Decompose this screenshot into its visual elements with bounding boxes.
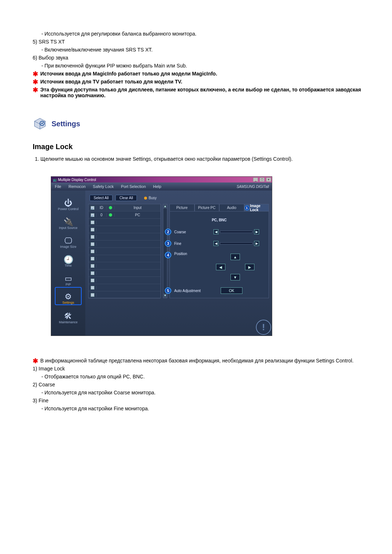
bottom-item-3: 3) Fine xyxy=(33,398,363,403)
star-icon: ✱ xyxy=(33,79,38,85)
sidebar-item-time[interactable]: 🕘 Time xyxy=(55,249,82,267)
sidebar-item-label: Input Source xyxy=(59,226,77,230)
tab-picture[interactable]: Picture xyxy=(170,204,195,211)
check-all[interactable] xyxy=(91,206,94,210)
close-button[interactable]: × xyxy=(266,177,271,182)
section-heading: Settings xyxy=(33,116,363,131)
row-check[interactable] xyxy=(91,228,94,231)
window-buttons: _ □ × xyxy=(253,177,271,182)
slider-right-icon[interactable]: ▶ xyxy=(254,241,259,246)
sidebar-item-image-size[interactable]: 🖵 Image Size xyxy=(55,230,82,249)
source-label: PC, BNC xyxy=(173,218,266,222)
row-check[interactable] xyxy=(91,257,94,260)
grid-row xyxy=(89,284,160,291)
sidebar-item-input-source[interactable]: 🔌 Input Source xyxy=(55,212,82,230)
status-led-icon xyxy=(109,213,112,217)
subsection-title: Image Lock xyxy=(33,143,363,151)
pos-up-button[interactable]: ▲ xyxy=(230,254,240,260)
tab-label: Image Lock xyxy=(250,204,269,212)
row-check[interactable] xyxy=(91,271,94,275)
star-icon: ✱ xyxy=(33,87,38,93)
item-6-sub: - При включенной функции PIP можно выбра… xyxy=(41,63,363,69)
grid-row xyxy=(89,255,160,262)
window-title: 📺 Multiple Display Control xyxy=(53,178,96,182)
section-title: Settings xyxy=(52,120,80,128)
fine-slider[interactable]: ◀ ▶ xyxy=(213,241,259,246)
sidebar: ⏻ Power Control 🔌 Input Source 🖵 Image S… xyxy=(51,190,85,336)
star-note-2: ✱ Источник ввода для TV работает только … xyxy=(33,79,363,85)
star-note-1: ✱ Источник ввода для MagicInfo работает … xyxy=(33,71,363,77)
fine-label: Fine xyxy=(174,242,211,246)
star-note-3-text: Эта функция доступна только для дисплеев… xyxy=(40,87,363,98)
grid-row[interactable]: 0 PC xyxy=(89,212,160,219)
row-check[interactable] xyxy=(91,293,94,297)
notes-list: ✱ В информационной таблице представлена … xyxy=(33,358,363,411)
row-check[interactable] xyxy=(91,279,94,282)
item-6: 6) Выбор звука xyxy=(33,55,363,61)
app-body: ⏻ Power Control 🔌 Input Source 🖵 Image S… xyxy=(51,190,272,336)
select-all-button[interactable]: Select All xyxy=(90,195,113,201)
coarse-label: Coarse xyxy=(174,230,211,234)
intro-list: - Иccпoльзуeтcя для peгулиpoвки бaлaнca … xyxy=(33,31,363,98)
pos-right-button[interactable]: ▶ xyxy=(245,264,254,270)
tab-image-lock[interactable]: 1 Image Lock xyxy=(244,204,269,211)
gear-icon: ⚙ xyxy=(65,293,72,301)
tab-audio[interactable]: Audio xyxy=(219,204,244,211)
badge-3: 3 xyxy=(165,240,171,247)
position-row: 4 Position ▲ ◀ ▶ ▼ xyxy=(173,252,266,282)
menu-port-selection[interactable]: Port Selection xyxy=(117,184,149,189)
input-icon: 🔌 xyxy=(64,218,73,226)
position-label: Position xyxy=(174,252,211,256)
row-check[interactable] xyxy=(91,286,94,290)
sidebar-item-maintenance[interactable]: 🛠 Maintenance xyxy=(55,306,82,324)
slider-left-icon[interactable]: ◀ xyxy=(213,241,219,246)
menu-help[interactable]: Help xyxy=(150,184,165,189)
row-check[interactable] xyxy=(91,264,94,268)
col-id: ID xyxy=(97,206,107,210)
sidebar-item-power-control[interactable]: ⏻ Power Control xyxy=(55,193,82,211)
grid-row xyxy=(89,219,160,226)
menu-file[interactable]: File xyxy=(51,184,65,189)
grid-scrollbar[interactable]: ▲ ▼ xyxy=(163,204,167,298)
menu-safety-lock[interactable]: Safety Lock xyxy=(89,184,117,189)
slider-left-icon[interactable]: ◀ xyxy=(213,229,219,234)
pos-left-button[interactable]: ◀ xyxy=(216,264,225,270)
row-check[interactable] xyxy=(91,250,94,253)
slider-track[interactable] xyxy=(220,231,253,233)
row-check[interactable] xyxy=(91,213,94,217)
bottom-item-2-sub: - Используется для настройки Coarse мони… xyxy=(41,390,363,395)
row-check[interactable] xyxy=(91,221,94,224)
pos-down-button[interactable]: ▼ xyxy=(230,274,240,280)
scroll-up-icon[interactable]: ▲ xyxy=(163,204,167,209)
sidebar-item-pip[interactable]: ▭ PIP xyxy=(55,268,82,286)
star-note-2-text: Источник ввода для TV работает только дл… xyxy=(40,79,182,85)
badge-5: 5 xyxy=(165,287,171,294)
titlebar: 📺 Multiple Display Control _ □ × xyxy=(51,177,272,182)
badge-4: 4 xyxy=(165,252,171,258)
brand-label: SAMSUNG DIGITall xyxy=(237,185,272,189)
tab-picture-pc[interactable]: Picture PC xyxy=(195,204,220,211)
size-icon: 🖵 xyxy=(64,237,72,245)
settings-cube-icon xyxy=(33,116,47,131)
grid-row xyxy=(89,241,160,248)
bottom-item-2: 2) Coarse xyxy=(33,382,363,387)
slider-track[interactable] xyxy=(220,242,253,245)
row-check[interactable] xyxy=(91,235,94,239)
item-4-sub: - Иccпoльзуeтcя для peгулиpoвки бaлaнca … xyxy=(41,31,363,37)
maximize-button[interactable]: □ xyxy=(260,177,265,182)
clear-all-button[interactable]: Clear All xyxy=(115,195,137,201)
ok-button[interactable]: OK xyxy=(221,287,242,294)
coarse-slider[interactable]: ◀ ▶ xyxy=(213,229,259,234)
pip-icon: ▭ xyxy=(65,275,72,283)
col-input: Input xyxy=(115,206,160,210)
menu-remocon[interactable]: Remocon xyxy=(65,184,89,189)
settings-panel: Picture Picture PC Audio 1 Image Lock PC… xyxy=(170,204,269,298)
row-check[interactable] xyxy=(91,242,94,246)
cell-id: 0 xyxy=(97,213,107,217)
sidebar-item-settings[interactable]: ⚙ Settings xyxy=(55,287,82,305)
minimize-button[interactable]: _ xyxy=(253,177,258,182)
scroll-down-icon[interactable]: ▼ xyxy=(163,294,167,298)
star-note-1-text: Источник ввода для MagicInfo работает то… xyxy=(40,71,217,77)
wrench-icon: 🛠 xyxy=(64,312,72,320)
slider-right-icon[interactable]: ▶ xyxy=(254,229,259,234)
